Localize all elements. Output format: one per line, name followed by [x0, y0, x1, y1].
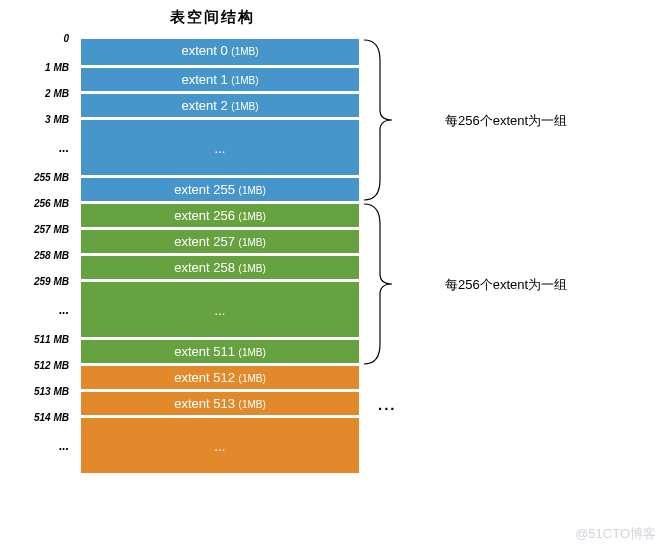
offset-label-255: 255 MB: [34, 166, 69, 190]
brace-group-2: [362, 202, 402, 366]
offset-label-256: 256 MB: [34, 192, 69, 216]
watermark: @51CTO博客: [575, 525, 656, 543]
extent-ellipsis-2: 259 MB ... ...: [81, 279, 359, 337]
annotation-group-2: 每256个extent为一组: [445, 276, 567, 294]
side-ellipsis: ...: [378, 396, 397, 413]
annotation-group-1: 每256个extent为一组: [445, 112, 567, 130]
offset-label-1: 1 MB: [45, 56, 69, 80]
extent-512: 512 MB extent 512 (1MB): [81, 363, 359, 389]
diagram-title: 表空间结构: [170, 8, 255, 27]
extent-258: 258 MB extent 258 (1MB): [81, 253, 359, 279]
brace-group-1: [362, 38, 402, 202]
extent-256: 256 MB extent 256 (1MB): [81, 201, 359, 227]
offset-label-257: 257 MB: [34, 218, 69, 242]
extent-255: 255 MB extent 255 (1MB): [81, 175, 359, 201]
offset-label-0: 0: [63, 27, 69, 51]
extent-0: 0 extent 0 (1MB): [81, 39, 359, 65]
extent-513: 513 MB extent 513 (1MB): [81, 389, 359, 415]
offset-label-512: 512 MB: [34, 354, 69, 378]
offset-label-ell3: ...: [59, 417, 69, 475]
extent-511: 511 MB extent 511 (1MB): [81, 337, 359, 363]
extent-ellipsis-3: 514 MB ... ...: [81, 415, 359, 473]
offset-label-511: 511 MB: [34, 328, 69, 352]
extent-257: 257 MB extent 257 (1MB): [81, 227, 359, 253]
extent-ellipsis-1: 3 MB ... ...: [81, 117, 359, 175]
extent-2: 2 MB extent 2 (1MB): [81, 91, 359, 117]
extent-1: 1 MB extent 1 (1MB): [81, 65, 359, 91]
extent-stack: 0 extent 0 (1MB) 1 MB extent 1 (1MB) 2 M…: [80, 38, 360, 474]
